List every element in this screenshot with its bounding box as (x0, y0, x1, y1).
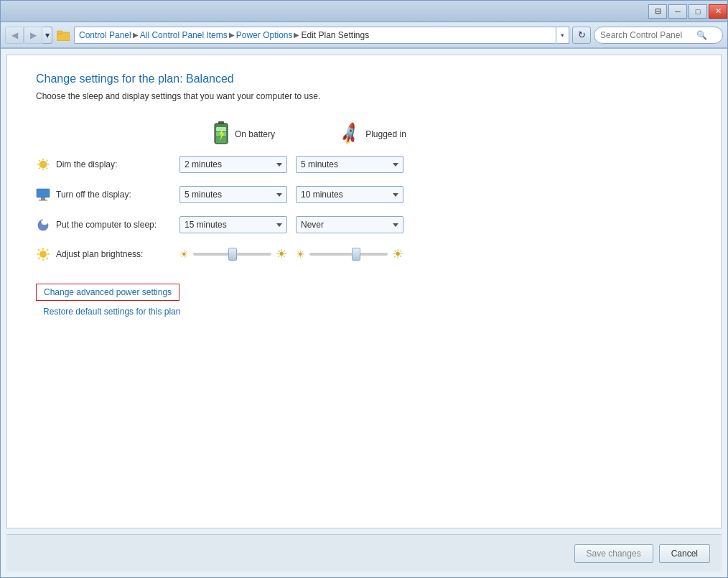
nav-buttons: ◀ ▶ ▾ (5, 27, 52, 44)
breadcrumb-all-items[interactable]: All Control Panel Items (140, 30, 228, 40)
advanced-settings-link[interactable]: Change advanced power settings (36, 284, 179, 301)
battery-brightness-track (193, 253, 271, 256)
dim-display-plugged-select[interactable]: 5 minutes 1 minute 2 minutes 3 minutes 1… (296, 156, 403, 173)
svg-line-27 (47, 249, 48, 251)
dim-display-battery-select[interactable]: 2 minutes 1 minute 3 minutes 5 minutes 1… (179, 156, 287, 173)
brightness-label-cell: Adjust plan brightness: (36, 247, 179, 261)
dim-display-row: Dim the display: 2 minutes 1 minute 3 mi… (36, 156, 692, 173)
search-input[interactable] (600, 30, 694, 40)
brightness-controls: ☀ ☀ ☀ (179, 246, 403, 262)
turn-off-display-row: Turn off the display: 5 minutes 1 minute… (36, 186, 692, 203)
plugged-in-label: Plugged in (365, 129, 406, 139)
turn-off-display-label: Turn off the display: (56, 190, 131, 200)
brightness-min-icon-battery: ☀ (179, 248, 189, 260)
breadcrumb-sep-1: ▶ (133, 31, 139, 39)
svg-line-16 (39, 168, 39, 169)
plugged-in-header: 🚀 Plugged in (309, 125, 438, 144)
brightness-max-icon-plugged: ☀ (392, 246, 403, 262)
svg-line-15 (47, 160, 47, 161)
breadcrumb-sep-3: ▶ (294, 31, 299, 39)
svg-line-28 (38, 258, 39, 259)
plug-icon: 🚀 (337, 121, 363, 147)
search-icon[interactable]: 🔍 (696, 30, 707, 40)
breadcrumb-current: Edit Plan Settings (301, 30, 369, 40)
folder-icon (55, 27, 71, 43)
sleep-icon (36, 218, 50, 232)
battery-brightness-slider-container: ☀ ☀ (179, 246, 287, 262)
battery-icon (213, 121, 229, 147)
content-panel: Change settings for the plan: Balanced C… (6, 55, 722, 528)
restore-defaults-link[interactable]: Restore default settings for this plan (36, 307, 692, 317)
dim-display-icon (36, 157, 50, 172)
brightness-min-icon-plugged: ☀ (296, 248, 305, 260)
turn-off-display-label-cell: Turn off the display: (36, 187, 179, 202)
breadcrumb-power-options[interactable]: Power Options (236, 30, 293, 40)
breadcrumb-sep-2: ▶ (229, 31, 235, 39)
on-battery-header: On battery (179, 121, 309, 147)
sleep-label: Put the computer to sleep: (56, 220, 157, 230)
title-bar-buttons: ⊟ ─ □ ✕ (647, 1, 727, 22)
svg-rect-1 (57, 31, 62, 34)
dim-display-controls: 2 minutes 1 minute 3 minutes 5 minutes 1… (179, 156, 403, 173)
search-bar: 🔍 (594, 27, 723, 44)
main-area: Change settings for the plan: Balanced C… (1, 48, 727, 577)
cancel-button[interactable]: Cancel (659, 544, 710, 563)
sleep-label-cell: Put the computer to sleep: (36, 218, 179, 232)
svg-line-26 (47, 258, 48, 259)
sleep-row: Put the computer to sleep: 15 minutes 1 … (36, 216, 692, 233)
refresh-button[interactable]: ↻ (572, 27, 591, 44)
close-button[interactable]: ✕ (709, 4, 727, 19)
page-subtitle: Choose the sleep and display settings th… (36, 91, 692, 101)
battery-brightness-thumb[interactable] (228, 248, 237, 261)
svg-line-14 (47, 168, 47, 169)
sleep-controls: 15 minutes 1 minute 2 minutes 3 minutes … (179, 216, 403, 233)
page-title: Change settings for the plan: Balanced (36, 73, 692, 85)
brightness-row: Adjust plan brightness: ☀ ☀ (36, 246, 692, 262)
forward-button[interactable]: ▶ (24, 27, 42, 44)
window: ⊟ ─ □ ✕ ◀ ▶ ▾ Control Panel ▶ All Contro (0, 0, 728, 578)
plugged-brightness-track (309, 253, 388, 256)
minimize-button[interactable]: ─ (668, 4, 687, 19)
svg-line-25 (38, 249, 39, 251)
dropdown-nav-button[interactable]: ▾ (42, 27, 52, 44)
dim-display-label-cell: Dim the display: (36, 157, 179, 172)
turn-off-display-battery-select[interactable]: 5 minutes 1 minute 2 minutes 3 minutes 1… (179, 186, 287, 203)
maximize-button[interactable]: □ (689, 4, 707, 19)
tb-icon-btn[interactable]: ⊟ (648, 4, 667, 19)
svg-rect-17 (37, 189, 50, 197)
breadcrumb-bar: Control Panel ▶ All Control Panel Items … (74, 27, 556, 44)
content-inner: Change settings for the plan: Balanced C… (7, 55, 721, 334)
column-headers: On battery 🚀 Plugged in (179, 121, 692, 147)
save-changes-button[interactable]: Save changes (574, 544, 653, 563)
brightness-max-icon-battery: ☀ (276, 246, 287, 262)
address-bar: ◀ ▶ ▾ Control Panel ▶ All Control Panel … (1, 22, 727, 48)
svg-rect-6 (216, 127, 226, 131)
brightness-icon (36, 247, 50, 261)
svg-line-13 (39, 160, 39, 161)
back-button[interactable]: ◀ (5, 27, 24, 44)
title-bar: ⊟ ─ □ ✕ (1, 1, 727, 22)
svg-rect-19 (39, 200, 47, 201)
turn-off-display-plugged-select[interactable]: 10 minutes 1 minute 2 minutes 3 minutes … (296, 186, 403, 203)
breadcrumb-control-panel[interactable]: Control Panel (79, 30, 131, 40)
svg-rect-18 (41, 197, 45, 200)
turn-off-display-controls: 5 minutes 1 minute 2 minutes 3 minutes 1… (179, 186, 403, 203)
svg-point-20 (39, 251, 47, 258)
sleep-battery-select[interactable]: 15 minutes 1 minute 2 minutes 3 minutes … (179, 216, 287, 233)
links-section: Change advanced power settings Restore d… (36, 284, 692, 317)
svg-point-8 (39, 161, 47, 168)
brightness-label: Adjust plan brightness: (56, 249, 143, 259)
breadcrumb-dropdown[interactable]: ▾ (556, 27, 569, 44)
plugged-brightness-slider-container: ☀ ☀ (296, 246, 403, 262)
plugged-brightness-thumb[interactable] (352, 248, 360, 261)
on-battery-label: On battery (235, 129, 275, 139)
sleep-plugged-select[interactable]: Never 1 minute 2 minutes 3 minutes 5 min… (296, 216, 403, 233)
dim-display-label: Dim the display: (56, 159, 117, 169)
bottom-bar: Save changes Cancel (6, 534, 722, 572)
monitor-icon (36, 187, 50, 202)
